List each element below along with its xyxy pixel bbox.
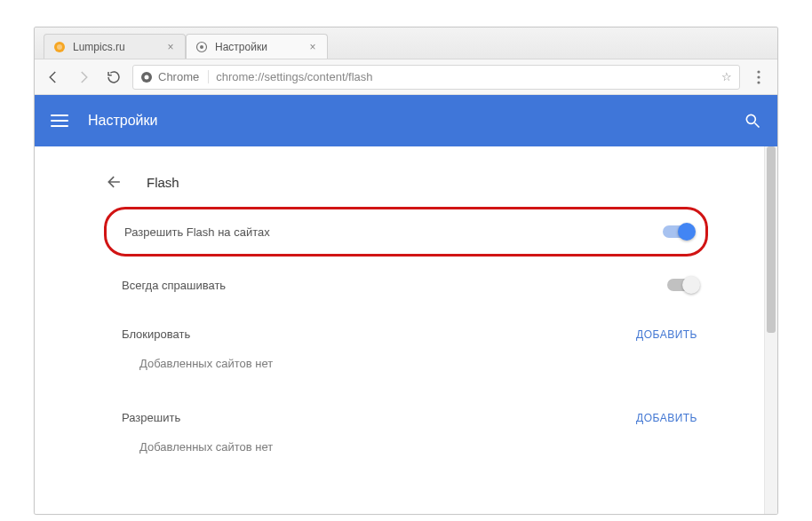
allow-title: Разрешить	[122, 411, 180, 424]
menu-button[interactable]	[747, 66, 770, 89]
forward-button[interactable]	[72, 66, 95, 89]
svg-point-6	[757, 70, 760, 73]
chrome-label: Chrome	[158, 70, 199, 83]
svg-line-10	[755, 123, 760, 128]
scrollbar-thumb[interactable]	[767, 146, 776, 333]
bookmark-star-icon[interactable]: ☆	[721, 70, 732, 83]
address-bar[interactable]: Chrome chrome://settings/content/flash ☆	[132, 65, 740, 90]
gear-icon	[195, 41, 208, 53]
tab-strip: Lumpics.ru × Настройки ×	[35, 28, 777, 59]
toolbar: Chrome chrome://settings/content/flash ☆	[35, 59, 777, 95]
allow-flash-toggle[interactable]	[663, 225, 693, 238]
section-header: Flash	[104, 162, 708, 201]
page-title: Flash	[147, 175, 179, 190]
tab-settings[interactable]: Настройки ×	[186, 34, 328, 59]
orange-circle-icon	[53, 41, 66, 53]
block-section-header: Блокировать ДОБАВИТЬ	[104, 310, 708, 348]
tab-label: Lumpics.ru	[73, 41, 125, 53]
svg-point-8	[757, 81, 760, 83]
hamburger-icon[interactable]	[51, 114, 68, 127]
allow-empty-text: Добавленных сайтов нет	[104, 431, 708, 477]
tab-label: Настройки	[215, 41, 267, 53]
svg-point-1	[57, 44, 62, 50]
always-ask-toggle[interactable]	[667, 279, 697, 291]
close-icon[interactable]: ×	[307, 42, 318, 52]
content-area: Flash Разрешить Flash на сайтах Всегда с…	[35, 146, 777, 514]
block-empty-text: Добавленных сайтов нет	[104, 348, 708, 393]
allow-flash-row: Разрешить Flash на сайтах	[104, 207, 708, 257]
svg-point-7	[757, 75, 760, 78]
scrollbar[interactable]	[764, 146, 777, 514]
reload-button[interactable]	[102, 66, 125, 89]
svg-point-5	[145, 75, 149, 79]
browser-window: ◔ — ▭ ✕ Lumpics.ru × Настройки ×	[34, 27, 778, 515]
block-add-button[interactable]: ДОБАВИТЬ	[636, 328, 697, 341]
settings-title: Настройки	[88, 113, 157, 129]
allow-add-button[interactable]: ДОБАВИТЬ	[636, 412, 697, 424]
tab-lumpics[interactable]: Lumpics.ru ×	[44, 34, 186, 59]
search-icon[interactable]	[744, 112, 761, 130]
settings-header: Настройки	[35, 95, 777, 146]
allow-flash-label: Разрешить Flash на сайтах	[124, 225, 270, 239]
block-title: Блокировать	[122, 328, 190, 341]
svg-point-9	[746, 114, 755, 123]
close-icon[interactable]: ×	[165, 42, 176, 52]
address-text: chrome://settings/content/flash	[216, 70, 372, 83]
back-arrow-icon[interactable]	[104, 171, 125, 193]
back-button[interactable]	[42, 66, 65, 89]
always-ask-label: Всегда спрашивать	[122, 279, 226, 292]
always-ask-row: Всегда спрашивать	[104, 260, 708, 310]
svg-point-3	[200, 45, 203, 49]
allow-section-header: Разрешить ДОБАВИТЬ	[104, 393, 708, 431]
chrome-prefix: Chrome	[140, 70, 209, 83]
